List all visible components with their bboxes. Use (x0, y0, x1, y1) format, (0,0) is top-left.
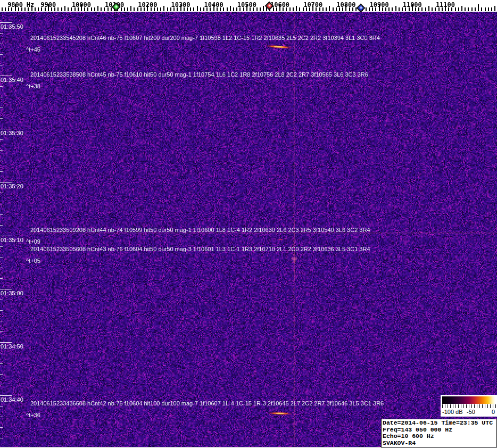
time-tick-label: 01:35:30 (1, 130, 23, 136)
freq-tick-label-11000: 11000 (403, 1, 422, 9)
detection-text: 20140615233509208 hCnt44 nb-74 f10599 hi… (30, 227, 370, 233)
detection-text: 20140615233505608 hCnt43 nb-76 f10604 hi… (30, 246, 370, 252)
spectrogram-window: Hz 9800990010000101001020010300104001050… (0, 0, 497, 448)
info-echo-frequency: Echo=10 600 Hz (383, 433, 495, 440)
detection-time-tag: ^t+05 (26, 258, 40, 264)
time-tick-label: 01:34:40 (1, 396, 23, 403)
detection-time-tag: ^t+36 (26, 412, 40, 418)
freq-tick-label-10800: 10800 (336, 1, 355, 9)
detection-text: 20140615233538508 hCnt45 nb-75 f10610 hi… (30, 71, 368, 78)
freq-tick-label-10900: 10900 (370, 1, 389, 9)
freq-tick-label-11100: 11100 (436, 1, 455, 9)
freq-tick-label-10400: 10400 (204, 1, 223, 9)
time-tick-label: 01:35:00 (1, 290, 23, 296)
time-tick-label: 01:35:20 (1, 183, 23, 189)
info-date-time: Date=2014-06-15 Time=23:35 UTC (383, 420, 495, 427)
time-tick-label: 01:34:50 (1, 343, 23, 350)
db-scale-ticks (442, 404, 496, 408)
frequency-unit-label: Hz (27, 1, 34, 9)
freq-tick-label-10300: 10300 (171, 1, 190, 9)
db-scale-max-label: 0 (492, 409, 495, 415)
freq-tick-label-10000: 10000 (72, 1, 91, 9)
db-scale-mid-label: -50 (467, 409, 475, 415)
time-tick-label: 01:35:50 (1, 23, 23, 30)
db-gradient-bar (442, 396, 495, 404)
info-station-name: SVAKOV-R4 (383, 440, 495, 447)
detection-text: 20140615233436608 hCnt42 nb-75 f10604 hi… (30, 400, 384, 406)
detection-time-tag: ^t+45 (26, 46, 40, 53)
detection-time-tag: ^t+09 (26, 238, 40, 245)
freq-tick-label-9800: 9800 (7, 1, 23, 9)
time-tick-label: 01:35:40 (1, 77, 23, 83)
station-info-box: Date=2014-06-15 Time=23:35 UTC Freq=143 … (381, 419, 497, 447)
freq-tick-label-10500: 10500 (237, 1, 256, 9)
db-scale-min-label: -100 dB (442, 409, 463, 415)
freq-tick-label-9900: 9900 (40, 1, 56, 9)
db-color-scale: -100 dB -50 0 (441, 395, 497, 417)
freq-tick-label-10200: 10200 (138, 1, 157, 9)
detection-text: 20140615233545208 hCnt46 nb-75 f10607 hi… (30, 35, 380, 41)
time-tick-label: 01:35:10 (1, 237, 23, 243)
freq-tick-label-10700: 10700 (303, 1, 322, 9)
detection-time-tag: ^t+38 (26, 83, 40, 89)
